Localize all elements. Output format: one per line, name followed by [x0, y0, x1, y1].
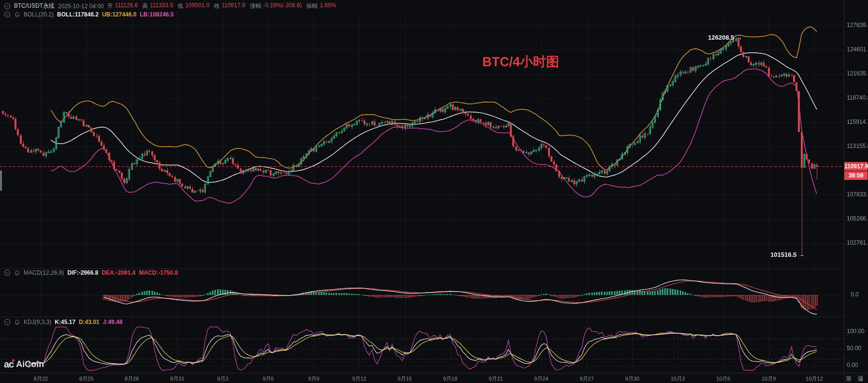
- candle-countdown-badge: 39:59: [844, 171, 868, 180]
- ohlc-field-value: 111126.6: [115, 2, 138, 10]
- date-axis-tick: 9月27: [579, 375, 593, 383]
- alert-bell-icon[interactable]: [14, 12, 20, 18]
- kdj-name: KDJ(9,3,3): [24, 319, 51, 325]
- kdj-legend: KDJ(9,3,3) K:45.17 D:43.01 J:49.48: [4, 319, 122, 325]
- kdj-d-value: D:43.01: [79, 319, 100, 325]
- ohlc-field: 高111333.5: [142, 2, 173, 10]
- price-axis-tick: 113155.8: [847, 143, 868, 149]
- ohlc-field-value: -0.19%(-208.8): [263, 2, 302, 10]
- ohlc-field-label: 收: [214, 2, 219, 10]
- ohlc-field: 振幅1.65%: [306, 2, 336, 10]
- collapse-chevron-icon[interactable]: [4, 11, 11, 18]
- date-axis-tick: 9月18: [443, 375, 457, 383]
- price-axis-tick: 105266.9: [847, 215, 868, 222]
- price-axis-tick: 124601.5: [847, 46, 868, 53]
- price-axis-tick: 127639.5: [847, 22, 868, 29]
- macd-dea-value: DEA:-2091.4: [101, 269, 135, 276]
- price-axis-tick: 102761.5: [847, 239, 868, 246]
- date-axis-tick: 9月24: [534, 375, 548, 383]
- ohlc-field-label: 涨幅: [250, 2, 261, 10]
- collapse-chevron-icon[interactable]: [4, 319, 11, 325]
- date-axis-tick: 8月31: [170, 375, 184, 383]
- kdj-axis-tick: 50.00: [847, 345, 861, 352]
- ohlc-field-value: 111333.5: [150, 2, 173, 10]
- ohlc-field: 开111126.6: [107, 2, 138, 10]
- boll-name: BOLL(20,2): [24, 11, 54, 18]
- ohlc-field-value: 109501.0: [185, 2, 209, 10]
- price-axis-tick: 107833.5: [847, 191, 868, 198]
- date-axis-tick: 9月6: [263, 375, 274, 383]
- kdj-k-value: K:45.17: [55, 319, 75, 325]
- instrument-header: BTC/USDT永续 2025-10-12 04:00 开111126.6高11…: [4, 2, 336, 10]
- date-axis-tick: 10月9: [762, 375, 776, 383]
- date-axis-tick: 9月9: [308, 375, 319, 383]
- aicoin-logo-text: AiCoin: [16, 359, 44, 369]
- last-price-badge: 110917.9: [844, 162, 868, 171]
- peak-price-annotation: 126208.5 →: [708, 34, 742, 41]
- collapse-chevron-icon[interactable]: [4, 3, 11, 10]
- ohlc-field-value: 1.65%: [320, 2, 336, 10]
- chart-title: BTC/4小时图: [482, 53, 559, 71]
- ohlc-summary: 开111126.6高111333.5低109501.0收110917.9涨幅-0…: [107, 2, 336, 10]
- trough-price-annotation: 101516.5 →: [770, 251, 805, 258]
- boll-mid-value: BOLL:117846.2: [57, 11, 99, 18]
- boll-ub-value: UB:127446.0: [102, 11, 136, 18]
- collapse-chevron-icon[interactable]: [4, 269, 11, 276]
- alert-bell-icon[interactable]: [14, 270, 20, 276]
- date-axis-tick: 8月25: [79, 375, 93, 383]
- chip-distribution-button[interactable]: 筹: [846, 375, 852, 383]
- date-axis-tick: 10月12: [806, 375, 823, 383]
- date-axis-tick: 10月6: [716, 375, 730, 383]
- left-scroll-handle[interactable]: [0, 170, 2, 191]
- ohlc-field-value: 110917.9: [221, 2, 245, 10]
- date-axis-tick: 9月15: [398, 375, 412, 383]
- macd-zero-tick: 0.0: [851, 291, 859, 298]
- price-axis-tick: 121635.9: [847, 70, 868, 77]
- kdj-j-value: J:49.48: [103, 319, 123, 325]
- ohlc-field-label: 高: [142, 2, 148, 10]
- liquidation-button[interactable]: 爆: [858, 375, 864, 383]
- ohlc-field: 低109501.0: [177, 2, 209, 10]
- kdj-axis-tick: 100.00: [847, 328, 865, 335]
- symbol-label: BTC/USDT永续: [14, 2, 55, 10]
- candle-datetime: 2025-10-12 04:00: [58, 3, 104, 10]
- alert-bell-icon[interactable]: [14, 319, 20, 325]
- date-axis-tick: 9月30: [625, 375, 639, 383]
- price-axis-tick: 118740.8: [847, 94, 868, 101]
- logo-red-dot: [12, 359, 14, 362]
- price-chart-canvas[interactable]: [0, 0, 868, 383]
- macd-legend: MACD(12,26,9) DIF:-2966.8 DEA:-2091.4 MA…: [4, 269, 178, 276]
- date-axis-tick: 9月21: [489, 375, 503, 383]
- kdj-axis-tick: 0.00: [847, 362, 858, 368]
- date-axis-tick: 10月3: [671, 375, 685, 383]
- aicoin-logo: ac AiCoin: [4, 359, 44, 370]
- trading-chart-window: BTC/USDT永续 2025-10-12 04:00 开111126.6高11…: [0, 0, 868, 383]
- date-axis-tick: 9月12: [352, 375, 366, 383]
- boll-lb-value: LB:108246.5: [140, 11, 174, 18]
- ohlc-field: 涨幅-0.19%(-208.8): [250, 2, 302, 10]
- date-axis-tick: 8月28: [125, 375, 139, 383]
- macd-dif-value: DIF:-2966.8: [67, 269, 98, 276]
- price-axis-tick: 115914.7: [847, 118, 868, 125]
- ohlc-field-label: 开: [107, 2, 113, 10]
- aicoin-logo-mark: ac: [4, 359, 14, 370]
- date-axis-tick: 8月22: [34, 375, 48, 383]
- ohlc-field-label: 低: [177, 2, 183, 10]
- macd-name: MACD(12,26,9): [24, 269, 64, 276]
- date-axis-tick: 9月3: [217, 375, 228, 383]
- ohlc-field: 收110917.9: [214, 2, 245, 10]
- boll-legend: BOLL(20,2) BOLL:117846.2 UB:127446.0 LB:…: [4, 11, 174, 18]
- macd-hist-value: MACD:-1750.8: [139, 269, 178, 276]
- ohlc-field-label: 振幅: [306, 2, 318, 10]
